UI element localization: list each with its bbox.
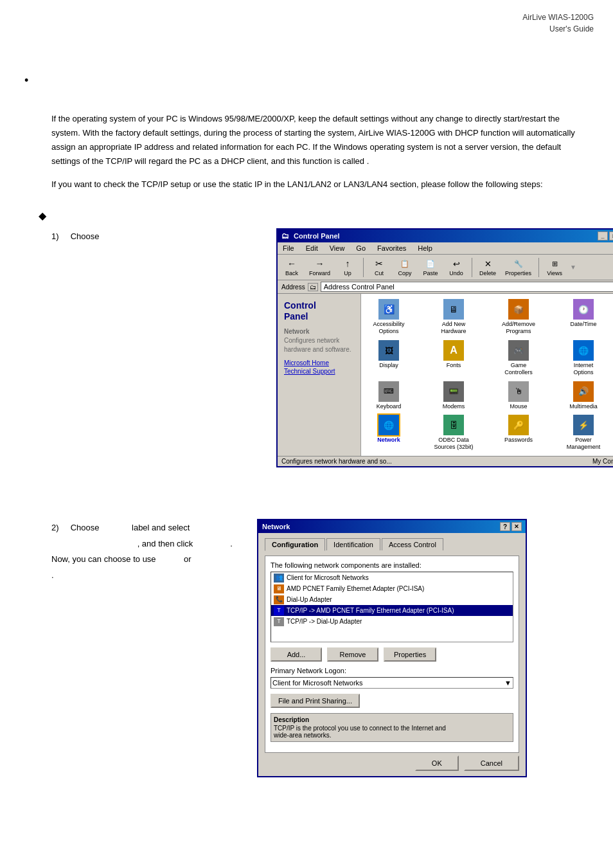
dialog-body: Configuration Identification Access Cont… (258, 533, 526, 776)
step2-section: 2) Choose label and select , and then cl… (51, 519, 587, 777)
icon-modems[interactable]: 📟 Modems (431, 381, 476, 410)
tab-access-control[interactable]: Access Control (382, 538, 443, 550)
control-panel-screenshot: 🗂 Control Panel _ □ ✕ File Edit View Go … (276, 228, 613, 467)
dialog-title: Network (262, 523, 290, 530)
step2-text: 2) Choose label and select , and then cl… (51, 519, 244, 584)
dialog-tab-content: The following network components are ins… (265, 556, 519, 753)
icon-power-management[interactable]: ⚡ PowerManagement (561, 415, 606, 451)
ok-button[interactable]: OK (415, 755, 459, 771)
dialog-close-button[interactable]: ✕ (511, 522, 522, 531)
remove-button[interactable]: Remove (327, 647, 378, 662)
dialog-buttons-row: Add... Remove Properties (271, 647, 513, 662)
toolbar-views[interactable]: ⊞ Views (543, 256, 566, 278)
toolbar-paste[interactable]: 📄 Paste (419, 256, 442, 278)
win-sidebar: ControlPanel Network Configures networkh… (278, 294, 361, 456)
network-list[interactable]: 👥 Client for Microsoft Networks 🖥 AMD PC… (271, 572, 513, 642)
win-menubar: File Edit View Go Favorites Help (278, 242, 613, 255)
toolbar-delete[interactable]: ✕ Delete (476, 256, 499, 278)
icon-game-controllers[interactable]: 🎮 GameControllers (496, 340, 541, 376)
step2-or: or (184, 554, 191, 564)
toolbar-copy[interactable]: 📋 Copy (393, 256, 416, 278)
menu-favorites[interactable]: Favorites (375, 244, 409, 253)
net-item-tcpip-dialup[interactable]: T TCP/IP -> Dial-Up Adapter (271, 616, 513, 627)
net-item-amd-pcnet[interactable]: 🖥 AMD PCNET Family Ethernet Adapter (PCI… (271, 583, 513, 594)
step1-section: 1) Choose 🗂 Control Panel _ □ ✕ (51, 228, 587, 467)
step2-choose: Choose (71, 523, 100, 532)
add-button[interactable]: Add... (271, 647, 322, 662)
toolbar-forward[interactable]: → Forward (306, 256, 333, 278)
header-line1: AirLive WIAS-1200G (522, 13, 594, 22)
win-toolbar: ← Back → Forward ↑ Up ✂ Cut 📋 (278, 255, 613, 280)
menu-file[interactable]: File (280, 244, 297, 253)
statusbar-computer: My Computer (592, 458, 613, 465)
dialog-question-button[interactable]: ? (500, 522, 510, 531)
win-address-bar: Address 🗂 Address Control Panel ▼ (278, 280, 613, 294)
dialog-tabs: Configuration Identification Access Cont… (265, 538, 519, 550)
net-item-tcpip-amd[interactable]: T TCP/IP -> AMD PCNET Family Ethernet Ad… (271, 605, 513, 616)
icon-internet-options[interactable]: 🌐 InternetOptions (561, 340, 606, 376)
menu-go[interactable]: Go (353, 244, 368, 253)
cancel-button[interactable]: Cancel (464, 755, 519, 771)
net-item-dialup[interactable]: 📞 Dial-Up Adapter (271, 594, 513, 605)
icon-fonts[interactable]: A Fonts (431, 340, 476, 376)
network-dialog-screenshot: Network ? ✕ Configuration Identification… (257, 519, 527, 777)
menu-edit[interactable]: Edit (303, 244, 321, 253)
step1-text: 1) Choose (51, 228, 263, 244)
dialog-ok-cancel: OK Cancel (265, 755, 519, 771)
tab-identification[interactable]: Identification (326, 538, 380, 550)
icon-mouse[interactable]: 🖱 Mouse (496, 381, 541, 410)
icon-odbc[interactable]: 🗄 ODBC DataSources (32bit) (431, 415, 476, 451)
main-content: If the operating system of your PC is Wi… (0, 112, 613, 777)
menu-view[interactable]: View (327, 244, 348, 253)
description-box: Description TCP/IP is the protocol you u… (271, 713, 513, 742)
icon-passwords[interactable]: 🔑 Passwords (496, 415, 541, 451)
net-item-client[interactable]: 👥 Client for Microsoft Networks (271, 572, 513, 583)
dialog-titlebar: Network ? ✕ (258, 520, 526, 533)
win-titlebar-buttons: _ □ ✕ (598, 231, 613, 240)
icon-accessibility[interactable]: ♿ AccessibilityOptions (366, 299, 411, 335)
icon-display[interactable]: 🖼 Display (366, 340, 411, 376)
properties-button[interactable]: Properties (384, 647, 436, 662)
address-icon: 🗂 (308, 283, 318, 291)
icon-multimedia[interactable]: 🔊 Multimedia (561, 381, 606, 410)
address-label: Address (281, 284, 305, 291)
toolbar-up[interactable]: ↑ Up (336, 256, 359, 278)
diamond-bullet: ◆ (39, 210, 587, 222)
intro-paragraph2: If you want to check the TCP/IP setup or… (51, 177, 587, 192)
tab-configuration[interactable]: Configuration (265, 538, 325, 551)
icon-add-remove-programs[interactable]: 📦 Add/RemovePrograms (496, 299, 541, 335)
win-body: ControlPanel Network Configures networkh… (278, 294, 613, 456)
bullet-point: • (24, 74, 28, 87)
icon-add-hardware[interactable]: 🖥 Add NewHardware (431, 299, 476, 335)
menu-help[interactable]: Help (415, 244, 435, 253)
step2-then-click: , and then click (138, 539, 193, 548)
toolbar-undo[interactable]: ↩ Undo (445, 256, 468, 278)
minimize-button[interactable]: _ (598, 231, 608, 240)
toolbar-back[interactable]: ← Back (280, 256, 303, 278)
step1-label: Choose (71, 231, 100, 241)
toolbar-properties[interactable]: 🔧 Properties (502, 256, 535, 278)
step2-line2-end: . (230, 539, 233, 548)
sidebar-network-section: Network Configures networkhardware and s… (284, 327, 354, 354)
intro-paragraph1: If the operating system of your PC is Wi… (51, 112, 587, 168)
step2-label-select: label and select (132, 523, 190, 532)
sidebar-microsoft-home-link[interactable]: Microsoft Home (284, 359, 354, 366)
toolbar-cut[interactable]: ✂ Cut (368, 256, 391, 278)
step1-number: 1) (51, 231, 59, 241)
maximize-button[interactable]: □ (609, 231, 613, 240)
win-title: 🗂 Control Panel (281, 231, 340, 240)
statusbar-text: Configures network hardware and so... (281, 458, 392, 465)
dialog-titlebar-buttons: ? ✕ (500, 522, 522, 531)
sidebar-panel-title: ControlPanel (284, 300, 354, 322)
icon-network[interactable]: 🌐 Network (366, 415, 411, 451)
step2-now-choose: Now, you can choose to use (51, 554, 156, 564)
sidebar-technical-support-link[interactable]: Technical Support (284, 368, 354, 375)
sharing-button[interactable]: File and Print Sharing... (271, 694, 360, 708)
win-icons-area: ♿ AccessibilityOptions 🖥 Add NewHardware… (361, 294, 613, 456)
address-input[interactable]: Address Control Panel (321, 282, 613, 292)
icon-datetime[interactable]: 🕐 Date/Time (561, 299, 606, 335)
icon-keyboard[interactable]: ⌨ Keyboard (366, 381, 411, 410)
primary-logon-select[interactable]: Client for Microsoft Networks ▼ (271, 677, 513, 689)
description-title: Description (274, 716, 510, 723)
dialog-intro-text: The following network components are ins… (271, 561, 513, 569)
